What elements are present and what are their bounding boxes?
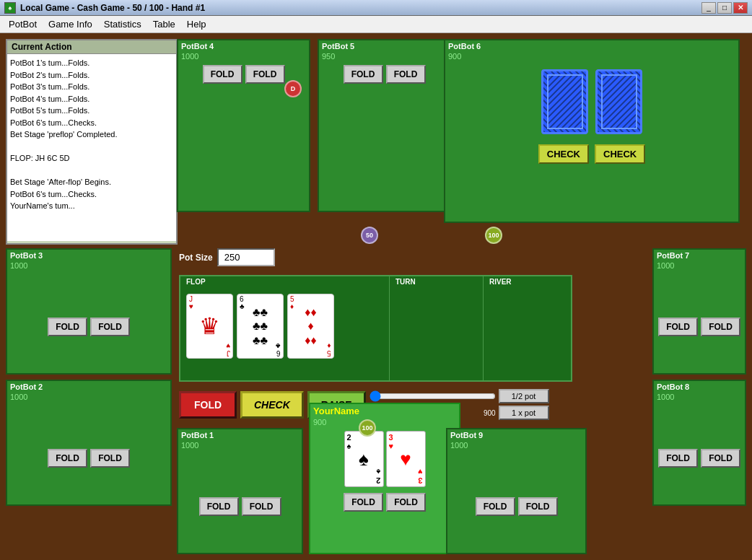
river-section: RIVER [484, 276, 571, 380]
card2-bottom: 3♥ [418, 468, 423, 485]
player-panel-potbot7: PotBot 7 1000 FOLD FOLD [652, 248, 746, 375]
menu-potbot[interactable]: PotBot [3, 17, 43, 31]
player7-chips: 1000 [654, 261, 745, 271]
potbot8-fold-button[interactable]: FOLD [658, 449, 698, 468]
player9-buttons: FOLD FOLD [447, 494, 585, 519]
card1-bottom: 2♠ [376, 468, 380, 485]
player4-name: PotBot 4 [178, 40, 309, 52]
yourname-fold-button2[interactable]: FOLD [386, 493, 426, 512]
player5-chips: 950 [319, 52, 450, 62]
river-label: RIVER [489, 278, 512, 286]
title-bar: ♠ Local Game - Cash Game - 50 / 100 - Ha… [0, 0, 752, 16]
log-line: Bet Stage 'After-flop' Begins. [10, 176, 173, 188]
pot-size-area: Pot Size 250 [179, 248, 275, 266]
flop-card2-top: 6♣ [240, 296, 245, 310]
flop-card1-top: J♥ [189, 296, 193, 310]
player5-name: PotBot 5 [319, 40, 450, 52]
player6-chips: 900 [445, 52, 738, 62]
current-action-title: Current Action [7, 40, 176, 54]
player7-buttons: FOLD FOLD [654, 315, 745, 339]
action-log: PotBot 1's tum...Folds. PotBot 2's tum..… [7, 54, 176, 241]
potbot6-check-button1[interactable]: CHECK [538, 144, 589, 164]
potbot9-fold-button2[interactable]: FOLD [518, 497, 558, 516]
flop-section: FLOP J♥ ♛ J♥ 6♣ ♣♣♣♣♣♣ 6♣ 5♦ ♦ [180, 276, 390, 380]
player9-name: PotBot 9 [447, 429, 585, 441]
potbot8-fold-button2[interactable]: FOLD [701, 449, 740, 468]
yourname-hand: 2♠ ♠ 2♠ 3♥ ♥ 3♥ [310, 428, 459, 490]
player2-chips: 1000 [7, 393, 170, 403]
log-line [10, 165, 173, 177]
yourname-fold-button[interactable]: FOLD [344, 493, 383, 512]
one-pot-button[interactable]: 1 x pot [499, 406, 549, 420]
potbot7-fold-button[interactable]: FOLD [658, 318, 698, 336]
flop-card3-center: ♦♦♦♦♦ [305, 305, 316, 347]
potbot5-fold-button[interactable]: FOLD [344, 65, 383, 84]
flop-card2-bottom: 6♣ [276, 342, 281, 356]
menu-help[interactable]: Help [181, 17, 212, 31]
log-line: Bet Stage 'preflop' Completed. [10, 128, 173, 141]
player6-action-buttons: CHECK CHECK [445, 141, 738, 167]
action-fold-button[interactable]: FOLD [179, 391, 237, 419]
player5-buttons: FOLD FOLD [319, 62, 450, 87]
player3-name: PotBot 3 [7, 250, 170, 261]
flop-card1-bottom: J♥ [226, 342, 230, 356]
player3-chips: 1000 [7, 261, 170, 271]
app-icon: ♠ [4, 2, 16, 14]
flop-card3-top: 5♦ [290, 296, 294, 310]
menu-statistics[interactable]: Statistics [98, 17, 147, 31]
potbot6-check-button2[interactable]: CHECK [595, 144, 645, 164]
player-panel-potbot3: PotBot 3 1000 FOLD FOLD [6, 248, 172, 375]
card2-center: ♥ [400, 450, 411, 468]
flop-cards: J♥ ♛ J♥ 6♣ ♣♣♣♣♣♣ 6♣ 5♦ ♦♦♦♦♦ 5♦ [183, 294, 386, 359]
log-line: PotBot 5's tum...Folds. [10, 105, 173, 117]
player6-hand [445, 62, 738, 141]
bet-slider[interactable] [370, 390, 496, 403]
menu-table[interactable]: Table [147, 17, 181, 31]
player2-buttons: FOLD FOLD [7, 446, 170, 471]
log-line: PotBot 6's tum...Checks. [10, 117, 173, 129]
log-line: PotBot 6's tum...Checks. [10, 188, 173, 201]
maximize-button[interactable]: □ [717, 2, 732, 14]
log-line: PotBot 4's tum...Folds. [10, 93, 173, 105]
half-pot-button[interactable]: 1/2 pot [499, 389, 549, 403]
pot-token: 100 [359, 419, 376, 437]
potbot4-fold-button[interactable]: FOLD [203, 65, 242, 84]
window-title: Local Game - Cash Game - 50 / 100 - Hand… [20, 3, 701, 13]
game-area: Current Action PotBot 1's tum...Folds. P… [0, 33, 752, 560]
log-line: PotBot 1's tum...Folds. [10, 57, 173, 69]
action-check-button[interactable]: CHECK [240, 391, 304, 419]
potbot3-fold-button2[interactable]: FOLD [90, 318, 130, 336]
big-blind-token: 100 [485, 227, 502, 244]
card1-rank: 2♠ [347, 433, 351, 450]
current-action-panel: Current Action PotBot 1's tum...Folds. P… [6, 39, 178, 245]
small-blind-token: 50 [361, 227, 378, 244]
potbot1-fold-button2[interactable]: FOLD [242, 497, 281, 516]
pot-size-value: 250 [217, 248, 275, 266]
potbot2-fold-button[interactable]: FOLD [48, 449, 87, 468]
player8-chips: 1000 [654, 393, 745, 403]
potbot9-fold-button[interactable]: FOLD [476, 497, 515, 516]
log-line [10, 141, 173, 153]
player1-buttons: FOLD FOLD [178, 494, 302, 519]
potbot7-fold-button2[interactable]: FOLD [701, 318, 740, 336]
flop-card-3: 5♦ ♦♦♦♦♦ 5♦ [287, 294, 334, 359]
potbot5-fold-button2[interactable]: FOLD [386, 65, 426, 84]
potbot3-fold-button[interactable]: FOLD [48, 318, 87, 336]
player1-name: PotBot 1 [178, 429, 302, 441]
player1-chips: 1000 [178, 441, 302, 451]
turn-label: TURN [395, 278, 416, 286]
pot-size-label: Pot Size [179, 253, 213, 263]
potbot2-fold-button2[interactable]: FOLD [90, 449, 130, 468]
player8-name: PotBot 8 [654, 381, 745, 393]
menu-game-info[interactable]: Game Info [43, 17, 98, 31]
potbot1-fold-button[interactable]: FOLD [199, 497, 239, 516]
menu-bar: PotBot Game Info Statistics Table Help [0, 16, 752, 33]
player-panel-potbot8: PotBot 8 1000 FOLD FOLD [652, 380, 746, 506]
yourname-label: YourName [310, 404, 459, 418]
player6-name: PotBot 6 [445, 40, 738, 52]
slider-max-label: 900 [484, 409, 496, 417]
minimize-button[interactable]: _ [701, 2, 716, 14]
potbot4-fold-button2[interactable]: FOLD [245, 65, 285, 84]
player9-chips: 1000 [447, 441, 585, 451]
close-button[interactable]: ✕ [733, 2, 748, 14]
